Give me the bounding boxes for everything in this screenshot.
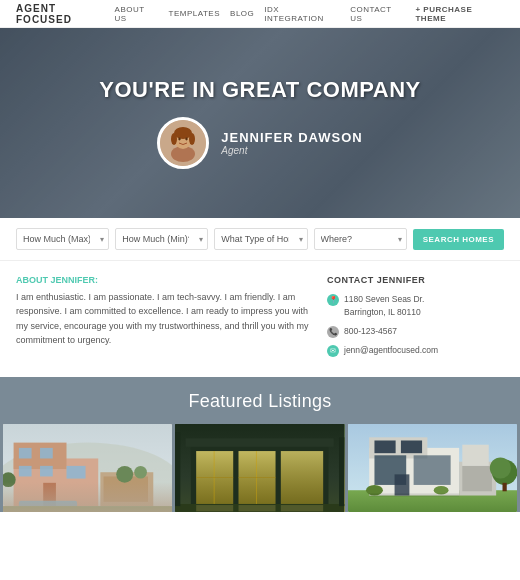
agent-role: Agent xyxy=(221,145,362,156)
agent-info: JENNIFER DAWSON Agent xyxy=(221,130,362,156)
featured-section: Featured Listings xyxy=(0,377,520,512)
about-column: ABOUT JENNIFER: I am enthusiastic. I am … xyxy=(16,275,311,363)
svg-rect-58 xyxy=(369,493,459,496)
where-select-wrap: Where? ▾ xyxy=(314,228,407,250)
contact-address: 📍 1180 Seven Seas Dr. Barrington, IL 801… xyxy=(327,293,504,319)
listings-grid xyxy=(0,424,520,512)
agent-card: JENNIFER DAWSON Agent xyxy=(157,117,362,169)
hero-title: YOU'RE IN GREAT COMPANY xyxy=(99,77,421,103)
svg-rect-16 xyxy=(66,465,85,478)
contact-link[interactable]: CONTACT US xyxy=(350,5,405,23)
agent-avatar-image xyxy=(160,120,206,166)
svg-point-54 xyxy=(489,457,510,478)
featured-title: Featured Listings xyxy=(0,391,520,412)
svg-rect-48 xyxy=(413,455,450,485)
svg-rect-37 xyxy=(239,505,276,511)
agent-name: JENNIFER DAWSON xyxy=(221,130,362,145)
svg-rect-29 xyxy=(281,451,323,504)
contact-phone: 📞 800-123-4567 xyxy=(327,325,504,338)
hero-section: YOU'RE IN GREAT COMPANY JENNIFER DAW xyxy=(0,28,520,218)
listing-2-image xyxy=(175,424,344,512)
nav-links: ABOUT US TEMPLATES BLOG IDX INTEGRATION … xyxy=(115,5,504,23)
agent-avatar xyxy=(157,117,209,169)
svg-rect-50 xyxy=(462,465,492,490)
email-icon: ✉ xyxy=(327,345,339,357)
svg-point-4 xyxy=(171,133,177,145)
svg-rect-17 xyxy=(43,482,56,505)
svg-rect-36 xyxy=(196,505,233,511)
svg-point-57 xyxy=(433,485,448,493)
svg-rect-13 xyxy=(40,447,53,458)
contact-email: ✉ jenn@agentfocused.com xyxy=(327,344,504,357)
about-text: I am enthusiastic. I am passionate. I am… xyxy=(16,290,311,348)
contact-title: CONTACT JENNIFER xyxy=(327,275,504,285)
svg-rect-24 xyxy=(3,506,172,512)
about-label: ABOUT JENNIFER: xyxy=(16,275,98,285)
phone-icon: 📞 xyxy=(327,326,339,338)
listing-1-image xyxy=(3,424,172,512)
navbar: AGENT FOCUSED ABOUT US TEMPLATES BLOG ID… xyxy=(0,0,520,28)
svg-rect-40 xyxy=(339,437,344,506)
svg-rect-12 xyxy=(19,447,32,458)
idx-link[interactable]: IDX INTEGRATION xyxy=(264,5,340,23)
svg-rect-45 xyxy=(374,440,395,453)
svg-rect-20 xyxy=(19,500,77,511)
blog-link[interactable]: BLOG xyxy=(230,9,254,18)
where-select[interactable]: Where? xyxy=(314,228,407,250)
svg-rect-51 xyxy=(394,474,409,495)
svg-rect-52 xyxy=(462,444,488,465)
svg-rect-55 xyxy=(502,482,506,490)
svg-rect-14 xyxy=(19,465,32,476)
listing-item-1[interactable] xyxy=(3,424,172,512)
search-homes-button[interactable]: SEARCH HOMES xyxy=(413,229,504,250)
contact-email-text: jenn@agentfocused.com xyxy=(344,344,438,357)
svg-rect-34 xyxy=(186,438,334,446)
about-title: ABOUT JENNIFER: xyxy=(16,275,311,285)
svg-point-5 xyxy=(189,133,195,145)
contact-column: CONTACT JENNIFER 📍 1180 Seven Seas Dr. B… xyxy=(327,275,504,363)
svg-rect-46 xyxy=(401,440,422,453)
svg-point-22 xyxy=(134,465,147,478)
home-type-select[interactable]: What Type of Home? xyxy=(214,228,307,250)
max-price-select[interactable]: How Much (Max)? xyxy=(16,228,109,250)
search-bar: How Much (Max)? ▾ How Much (Min)? ▾ What… xyxy=(0,218,520,261)
about-link[interactable]: ABOUT US xyxy=(115,5,159,23)
templates-link[interactable]: TEMPLATES xyxy=(169,9,220,18)
svg-rect-39 xyxy=(175,432,180,506)
site-logo: AGENT FOCUSED xyxy=(16,3,115,25)
listing-3-image xyxy=(348,424,517,512)
contact-address-text: 1180 Seven Seas Dr. Barrington, IL 80110 xyxy=(344,293,424,319)
contact-phone-text: 800-123-4567 xyxy=(344,325,397,338)
svg-rect-15 xyxy=(40,465,53,476)
home-type-select-wrap: What Type of Home? ▾ xyxy=(214,228,307,250)
svg-rect-38 xyxy=(281,505,323,511)
purchase-link[interactable]: + PURCHASE THEME xyxy=(415,5,504,23)
location-icon: 📍 xyxy=(327,294,339,306)
svg-point-21 xyxy=(116,465,133,482)
svg-point-6 xyxy=(179,138,181,141)
min-price-select[interactable]: How Much (Min)? xyxy=(115,228,208,250)
info-section: ABOUT JENNIFER: I am enthusiastic. I am … xyxy=(0,261,520,377)
listing-item-3[interactable] xyxy=(348,424,517,512)
listing-item-2[interactable] xyxy=(175,424,344,512)
svg-point-7 xyxy=(186,138,188,141)
min-price-select-wrap: How Much (Min)? ▾ xyxy=(115,228,208,250)
max-price-select-wrap: How Much (Max)? ▾ xyxy=(16,228,109,250)
